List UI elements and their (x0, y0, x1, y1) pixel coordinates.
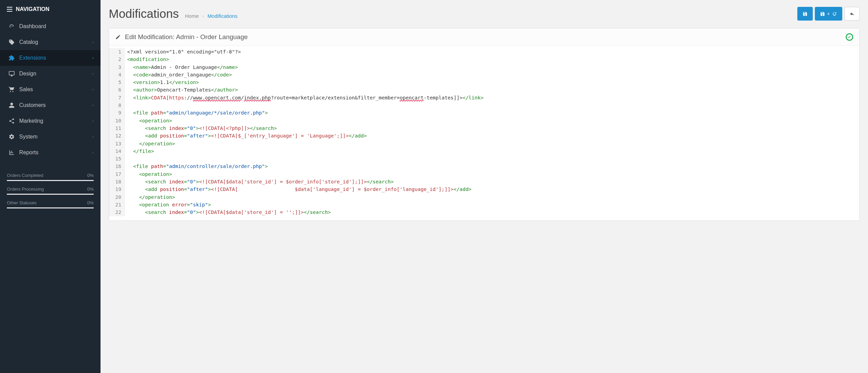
stat-bar (7, 180, 94, 181)
code-editor[interactable]: 12345678910111213141516171819202122 <?xm… (109, 46, 859, 220)
stat-row: Orders Processing0% (7, 186, 94, 192)
chevron-right-icon: › (92, 56, 94, 60)
sidebar-item-marketing[interactable]: Marketing› (0, 113, 101, 129)
tags-icon (7, 39, 16, 45)
chevron-right-icon: › (92, 103, 94, 108)
user-icon (7, 102, 16, 108)
sidebar-item-label: Customers (19, 102, 46, 108)
sidebar-item-system[interactable]: System› (0, 129, 101, 145)
cart-icon (7, 86, 16, 93)
breadcrumb-separator: › (202, 13, 204, 19)
sidebar-item-label: Reports (19, 149, 38, 156)
share-icon (7, 118, 16, 124)
chevron-right-icon: › (92, 150, 94, 155)
sidebar-item-label: Extensions (19, 55, 46, 61)
line-gutter: 12345678910111213141516171819202122 (109, 48, 125, 216)
tachometer-icon (7, 23, 16, 29)
sidebar-item-dashboard[interactable]: Dashboard (0, 19, 101, 34)
refresh-icon (832, 11, 837, 16)
stat-label: Other Statuses (7, 200, 37, 205)
main-content: Modifications Home › Modifications + (101, 0, 868, 373)
breadcrumb-current[interactable]: Modifications (208, 13, 238, 19)
sidebar-item-label: Marketing (19, 118, 43, 124)
panel-title: Edit Modification: Admin - Order Languag… (125, 33, 248, 41)
save-button[interactable] (797, 7, 813, 21)
save-refresh-button[interactable]: + (815, 7, 842, 21)
chevron-right-icon: › (92, 134, 94, 139)
stat-bar (7, 194, 94, 195)
stat-label: Orders Processing (7, 186, 44, 192)
sidebar-item-label: Catalog (19, 39, 38, 45)
puzzle-icon (7, 55, 16, 61)
sidebar-item-label: Sales (19, 86, 33, 93)
reply-icon (849, 11, 855, 16)
nav-menu: DashboardCatalog›Extensions›Design›Sales… (0, 19, 101, 160)
action-buttons: + (797, 7, 860, 21)
edit-panel: Edit Modification: Admin - Order Languag… (109, 28, 860, 221)
chevron-right-icon: › (92, 87, 94, 92)
check-circle-icon: ✓ (846, 33, 853, 41)
gear-icon (7, 134, 16, 140)
breadcrumb-home[interactable]: Home (185, 13, 199, 19)
code-content[interactable]: <?xml version="1.0" encoding="utf-8"?><m… (125, 48, 483, 216)
hamburger-icon[interactable] (7, 7, 12, 12)
bar-chart-icon (7, 149, 16, 156)
stat-value: 0% (87, 186, 94, 192)
stat-row: Orders Completed0% (7, 173, 94, 178)
sidebar-item-label: Design (19, 71, 36, 77)
desktop-icon (7, 71, 16, 77)
stat-row: Other Statuses0% (7, 200, 94, 205)
chevron-right-icon: › (92, 71, 94, 76)
breadcrumb: Home › Modifications (185, 13, 237, 19)
stat-value: 0% (87, 173, 94, 178)
sidebar-item-reports[interactable]: Reports› (0, 145, 101, 160)
plus-label: + (827, 11, 830, 16)
sidebar: NAVIGATION DashboardCatalog›Extensions›D… (0, 0, 101, 373)
chevron-right-icon: › (92, 119, 94, 123)
floppy-icon (802, 11, 808, 16)
stat-label: Orders Completed (7, 173, 43, 178)
nav-stats: Orders Completed0%Orders Processing0%Oth… (0, 160, 101, 215)
sidebar-item-catalog[interactable]: Catalog› (0, 34, 101, 50)
pencil-icon (115, 34, 121, 40)
sidebar-item-customers[interactable]: Customers› (0, 97, 101, 113)
stat-bar (7, 207, 94, 208)
sidebar-item-extensions[interactable]: Extensions› (0, 50, 101, 66)
sidebar-item-sales[interactable]: Sales› (0, 82, 101, 97)
back-button[interactable] (844, 7, 860, 21)
navigation-header: NAVIGATION (0, 0, 101, 19)
sidebar-item-design[interactable]: Design› (0, 66, 101, 82)
page-header: Modifications Home › Modifications + (101, 0, 868, 25)
panel-heading: Edit Modification: Admin - Order Languag… (109, 28, 859, 46)
stat-value: 0% (87, 200, 94, 205)
sidebar-item-label: Dashboard (19, 23, 46, 29)
floppy-icon (820, 11, 825, 16)
navigation-label: NAVIGATION (16, 6, 49, 12)
page-title: Modifications (109, 7, 179, 21)
sidebar-item-label: System (19, 134, 37, 140)
chevron-right-icon: › (92, 40, 94, 45)
